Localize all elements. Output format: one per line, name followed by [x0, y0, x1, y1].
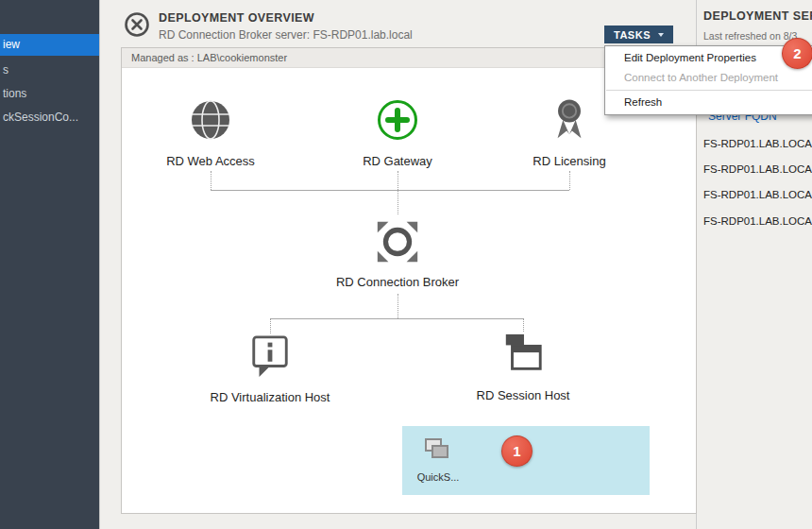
add-plus-icon: [322, 97, 473, 143]
sidebar-item-collections[interactable]: tions: [0, 84, 99, 104]
node-rd-gateway[interactable]: RD Gateway: [322, 97, 473, 168]
menu-item-refresh[interactable]: Refresh: [605, 93, 812, 112]
connector-line: [398, 190, 398, 214]
server-row[interactable]: FS-RDP01.LAB.LOCAL: [703, 138, 812, 157]
connector-line: [398, 294, 398, 318]
connector-line: [398, 171, 398, 190]
sidebar-divider: [99, 0, 100, 529]
tasks-menu: Edit Deployment Properties Connect to An…: [604, 45, 812, 115]
server-row[interactable]: FS-RDP01.LAB.LOCAL: [703, 163, 812, 182]
node-label: RD Licensing: [494, 154, 645, 168]
deployment-diagram-panel: Managed as : LAB\cookiemonster RD Web Ac…: [121, 47, 697, 514]
node-label: RD Web Access: [135, 154, 286, 168]
server-row[interactable]: FS-RDP01.LAB.LOCAL: [703, 215, 812, 234]
chevron-down-icon: [658, 33, 664, 37]
node-rd-session-host[interactable]: RD Session Host: [448, 332, 599, 402]
sidebar-item-label: iew: [3, 38, 20, 51]
server-manager-rds-screen: iew s tions ckSessionCo... DEPLOYMENT OV…: [0, 0, 812, 529]
node-label: RD Gateway: [322, 154, 473, 168]
node-rd-virtualization-host[interactable]: RD Virtualization Host: [195, 333, 346, 404]
sidebar-item-quicksessioncollection[interactable]: ckSessionCo...: [0, 108, 99, 128]
sidebar-item-label: s: [3, 63, 8, 77]
connection-broker-icon: [322, 216, 473, 267]
sidebar-item-servers[interactable]: s: [0, 60, 99, 80]
session-host-icon: [448, 332, 599, 377]
connector-line: [569, 171, 570, 190]
annotation-badge-1: 1: [501, 435, 533, 467]
globe-icon: [135, 97, 286, 143]
connector-line: [211, 190, 569, 191]
node-rd-connection-broker[interactable]: RD Connection Broker: [322, 216, 473, 289]
server-row[interactable]: FS-RDP01.LAB.LOCAL: [703, 189, 812, 208]
page-subtitle: RD Connection Broker server: FS-RDP01.la…: [159, 28, 413, 42]
quick-session-collection-highlight[interactable]: QuickS... 1: [402, 426, 650, 495]
node-label: RD Virtualization Host: [195, 390, 346, 404]
connector-line: [270, 318, 523, 319]
menu-item-connect-to-another-deployment: Connect to Another Deployment: [605, 68, 812, 88]
tasks-button-label: TASKS: [614, 29, 651, 41]
connector-line: [523, 318, 524, 332]
collection-windows-icon: [423, 435, 451, 464]
node-label: RD Connection Broker: [322, 275, 473, 289]
sidebar-item-label: ckSessionCo...: [3, 111, 78, 124]
sidebar-item-label: tions: [3, 87, 26, 100]
collection-label: QuickS...: [410, 471, 466, 483]
connector-line: [211, 171, 211, 190]
deployment-overview-icon: [124, 11, 150, 38]
menu-separator: [606, 90, 812, 91]
info-bubble-icon: [195, 333, 346, 379]
page-title: DEPLOYMENT OVERVIEW: [159, 11, 314, 25]
annotation-badge-2: 2: [782, 38, 812, 69]
rds-left-nav: iew s tions ckSessionCo...: [0, 0, 99, 529]
deployment-servers-title: DEPLOYMENT SERVERS: [703, 9, 812, 23]
node-rd-web-access[interactable]: RD Web Access: [135, 97, 286, 168]
connector-line: [270, 318, 271, 333]
tasks-button[interactable]: TASKS: [604, 26, 673, 43]
sidebar-item-overview[interactable]: iew: [0, 34, 99, 56]
node-label: RD Session Host: [448, 388, 599, 402]
